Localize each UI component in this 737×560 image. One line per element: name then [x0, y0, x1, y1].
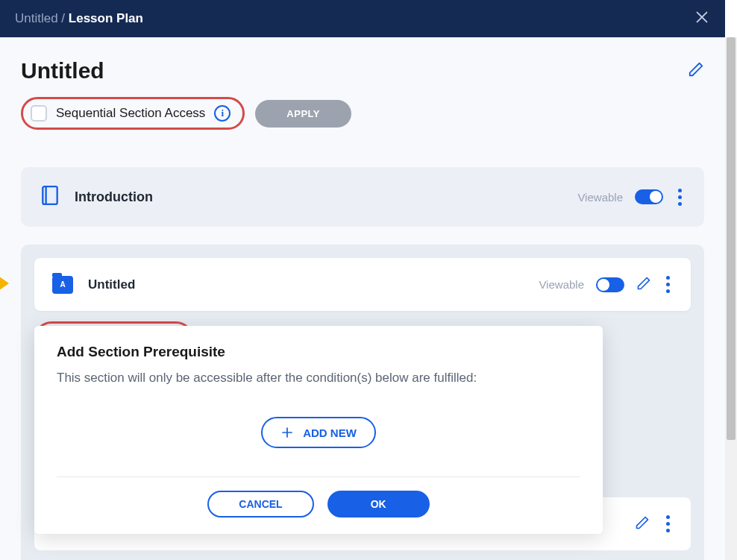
svg-rect-2 — [43, 186, 57, 204]
section-introduction[interactable]: Introduction Viewable — [21, 167, 704, 227]
kebab-menu-icon[interactable] — [663, 512, 673, 535]
add-new-label: ADD NEW — [303, 427, 357, 439]
popover-description: This section will only be accessible aft… — [57, 371, 580, 386]
edit-section-button[interactable] — [636, 276, 651, 294]
viewable-label: Viewable — [539, 278, 584, 291]
kebab-menu-icon[interactable] — [675, 186, 685, 209]
add-new-button[interactable]: ADD NEW — [261, 417, 376, 448]
sequential-access-label: Sequential Section Access — [56, 106, 205, 121]
add-prerequisite-popover: Add Section Prerequisite This section wi… — [34, 326, 603, 534]
breadcrumb-current: Lesson Plan — [69, 11, 143, 25]
ok-button[interactable]: OK — [327, 491, 430, 517]
current-indicator-icon — [0, 276, 9, 291]
vertical-scrollbar[interactable] — [725, 37, 737, 560]
close-icon[interactable] — [694, 9, 710, 28]
edit-title-button[interactable] — [688, 61, 704, 81]
sequential-access-highlight: Sequential Section Access i — [21, 97, 245, 130]
kebab-menu-icon[interactable] — [663, 273, 673, 296]
viewable-label: Viewable — [577, 191, 623, 204]
page-title: Untitled — [21, 58, 104, 84]
header-bar: Untitled / Lesson Plan — [0, 0, 725, 37]
breadcrumb-parent[interactable]: Untitled — [15, 11, 58, 25]
breadcrumb: Untitled / Lesson Plan — [15, 11, 143, 26]
viewable-toggle[interactable] — [635, 189, 663, 204]
cancel-button[interactable]: CANCEL — [207, 491, 313, 517]
section-untitled[interactable]: A Untitled Viewable — [34, 258, 691, 311]
section-title: Introduction — [75, 189, 153, 205]
folder-icon: A — [52, 276, 73, 294]
popover-title: Add Section Prerequisite — [57, 344, 580, 360]
apply-button[interactable]: APPLY — [255, 100, 351, 128]
info-icon[interactable]: i — [214, 105, 230, 122]
scrollbar-thumb[interactable] — [727, 37, 736, 440]
book-icon — [40, 185, 60, 209]
viewable-toggle[interactable] — [596, 277, 624, 292]
breadcrumb-separator: / — [58, 11, 69, 25]
edit-section-button[interactable] — [635, 515, 650, 533]
sequential-access-checkbox[interactable] — [31, 105, 47, 122]
section-title: Untitled — [88, 277, 135, 292]
